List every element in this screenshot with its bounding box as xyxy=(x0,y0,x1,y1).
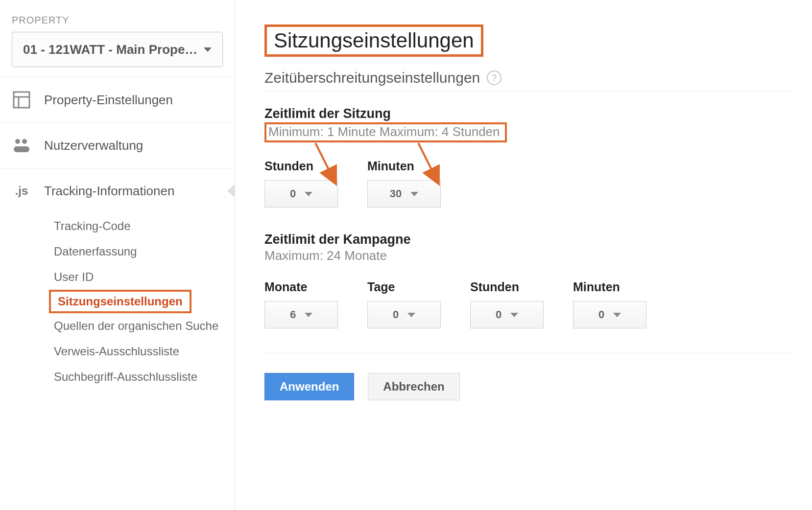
js-icon: .js xyxy=(12,181,31,201)
chevron-down-icon xyxy=(305,313,312,317)
sidebar-subitem-searchterm-exclusion[interactable]: Suchbegriff-Ausschlussliste xyxy=(49,364,235,390)
session-minutes-select[interactable]: 30 xyxy=(367,180,441,208)
page-title: Sitzungseinstellungen xyxy=(264,24,483,57)
campaign-timeout-hint: Maximum: 24 Monate xyxy=(264,248,387,263)
sidebar-item-label: Nutzerverwaltung xyxy=(44,138,143,153)
svg-rect-5 xyxy=(14,146,29,152)
session-hours-label: Stunden xyxy=(264,159,338,173)
campaign-days-label: Tage xyxy=(367,280,441,294)
session-timeout-hint: Minimum: 1 Minute Maximum: 4 Stunden xyxy=(268,124,500,139)
sidebar-subitem-session-settings[interactable]: Sitzungseinstellungen xyxy=(49,290,191,313)
cancel-button[interactable]: Abbrechen xyxy=(368,373,459,400)
property-heading: PROPERTY xyxy=(0,0,235,32)
campaign-timeout-title: Zeitlimit der Kampagne xyxy=(264,232,792,247)
campaign-months-label: Monate xyxy=(264,280,338,294)
campaign-minutes-value: 0 xyxy=(598,308,604,321)
campaign-days-select[interactable]: 0 xyxy=(367,301,441,328)
sidebar-subitem-tracking-code[interactable]: Tracking-Code xyxy=(49,213,235,239)
chevron-down-icon xyxy=(613,313,621,317)
campaign-hours-label: Stunden xyxy=(470,280,544,294)
settings-page-icon xyxy=(12,90,31,110)
section-header-timeout: Zeitüberschreitungseinstellungen ? xyxy=(264,70,792,92)
session-minutes-value: 30 xyxy=(390,187,402,200)
chevron-down-icon xyxy=(407,313,415,317)
help-icon[interactable]: ? xyxy=(487,70,502,85)
sidebar: PROPERTY 01 - 121WATT - Main Prope… Prop… xyxy=(0,0,235,510)
sidebar-subitem-organic-sources[interactable]: Quellen der organischen Suche xyxy=(49,313,235,339)
main-content: Sitzungseinstellungen Zeitüberschreitung… xyxy=(235,0,812,510)
chevron-down-icon xyxy=(510,313,518,317)
sidebar-item-label: Tracking-Informationen xyxy=(44,184,174,199)
svg-point-4 xyxy=(22,139,27,144)
session-hours-select[interactable]: 0 xyxy=(264,180,338,208)
campaign-minutes-label: Minuten xyxy=(573,280,646,294)
sidebar-subitem-data-collection[interactable]: Datenerfassung xyxy=(49,239,235,264)
users-icon xyxy=(12,136,31,155)
campaign-months-select[interactable]: 6 xyxy=(264,301,338,328)
campaign-months-value: 6 xyxy=(290,308,296,321)
sidebar-subitem-referral-exclusion[interactable]: Verweis-Ausschlussliste xyxy=(49,339,235,364)
session-hours-value: 0 xyxy=(290,187,296,200)
sidebar-sublist-tracking: Tracking-Code Datenerfassung User ID Sit… xyxy=(0,213,235,399)
action-button-row: Anwenden Abbrechen xyxy=(264,353,792,400)
campaign-hours-select[interactable]: 0 xyxy=(470,301,544,328)
section-heading-text: Zeitüberschreitungseinstellungen xyxy=(264,70,480,86)
sidebar-item-tracking-info[interactable]: .js Tracking-Informationen xyxy=(0,168,235,213)
sidebar-subitem-user-id[interactable]: User ID xyxy=(49,264,235,290)
apply-button[interactable]: Anwenden xyxy=(264,373,354,400)
campaign-hours-value: 0 xyxy=(496,308,502,321)
sidebar-item-property-settings[interactable]: Property-Einstellungen xyxy=(0,77,235,122)
chevron-down-icon xyxy=(305,192,312,196)
session-timeout-title: Zeitlimit der Sitzung xyxy=(264,106,792,121)
sidebar-item-label: Property-Einstellungen xyxy=(44,93,173,108)
svg-rect-0 xyxy=(14,92,29,108)
session-minutes-label: Minuten xyxy=(367,159,441,173)
svg-point-3 xyxy=(15,139,20,144)
campaign-days-value: 0 xyxy=(393,308,399,321)
chevron-down-icon xyxy=(410,192,418,196)
property-selector[interactable]: 01 - 121WATT - Main Prope… xyxy=(12,32,223,67)
campaign-minutes-select[interactable]: 0 xyxy=(573,301,646,328)
property-selector-value: 01 - 121WATT - Main Prope… xyxy=(23,42,197,57)
sidebar-item-user-management[interactable]: Nutzerverwaltung xyxy=(0,123,235,168)
chevron-down-icon xyxy=(204,47,212,52)
